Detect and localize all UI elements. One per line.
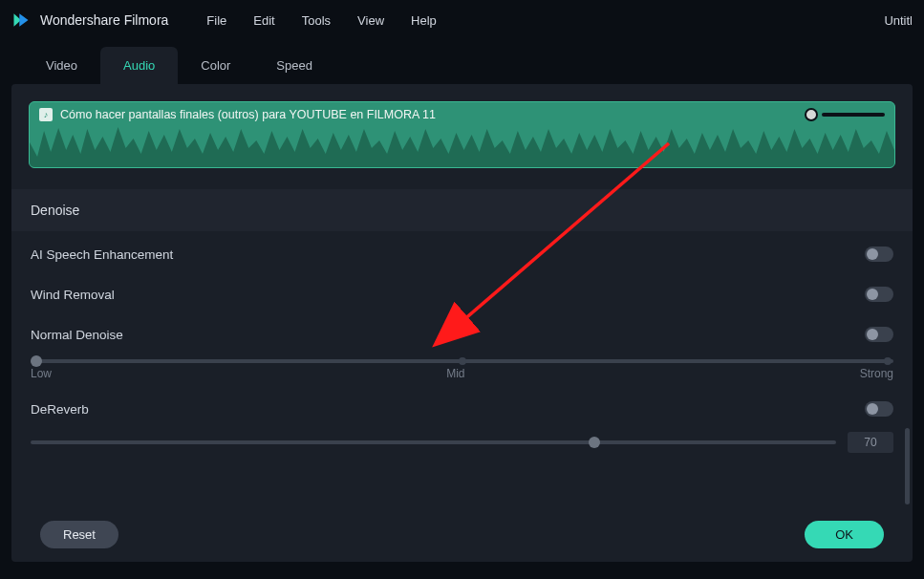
wind-removal-label: Wind Removal bbox=[31, 288, 865, 302]
menu-view[interactable]: View bbox=[357, 13, 384, 28]
menu-edit[interactable]: Edit bbox=[253, 13, 274, 28]
dereverb-value[interactable]: 70 bbox=[848, 432, 893, 453]
ok-button[interactable]: OK bbox=[805, 521, 884, 548]
prop-dereverb: DeReverb bbox=[11, 380, 913, 426]
clip-title: Cómo hacer pantallas finales (outros) pa… bbox=[60, 108, 436, 121]
scrollbar[interactable] bbox=[905, 428, 910, 504]
audio-panel: Cómo hacer pantallas finales (outros) pa… bbox=[11, 84, 913, 562]
label-mid: Mid bbox=[446, 367, 464, 380]
normal-denoise-toggle[interactable] bbox=[865, 327, 893, 342]
normal-denoise-slider[interactable] bbox=[31, 359, 893, 363]
slider-handle-icon bbox=[31, 355, 42, 367]
label-low: Low bbox=[31, 367, 52, 380]
clip-volume-slider[interactable] bbox=[805, 108, 885, 121]
ai-speech-label: AI Speech Enhancement bbox=[31, 247, 865, 262]
prop-normal-denoise: Normal Denoise bbox=[11, 311, 913, 352]
menubar: File Edit Tools View Help bbox=[206, 13, 436, 28]
titlebar: Wondershare Filmora File Edit Tools View… bbox=[0, 0, 924, 40]
slider-handle-icon bbox=[589, 437, 600, 448]
app-logo-icon bbox=[11, 11, 31, 30]
tab-audio[interactable]: Audio bbox=[100, 47, 178, 84]
audio-clip[interactable]: Cómo hacer pantallas finales (outros) pa… bbox=[29, 101, 895, 168]
slider-track bbox=[822, 113, 885, 117]
menu-help[interactable]: Help bbox=[411, 13, 437, 28]
dereverb-slider-row: 70 bbox=[11, 426, 913, 453]
wind-removal-toggle[interactable] bbox=[865, 287, 893, 302]
slider-knob-icon bbox=[805, 108, 818, 121]
tab-speed[interactable]: Speed bbox=[253, 47, 335, 84]
normal-denoise-label: Normal Denoise bbox=[31, 328, 865, 342]
reset-button[interactable]: Reset bbox=[40, 521, 118, 548]
normal-denoise-slider-row: Low Mid Strong bbox=[11, 352, 913, 380]
app-name: Wondershare Filmora bbox=[40, 12, 168, 28]
label-strong: Strong bbox=[860, 367, 893, 380]
document-name: Untitl bbox=[884, 13, 913, 28]
section-denoise[interactable]: Denoise bbox=[11, 189, 913, 231]
dereverb-slider[interactable] bbox=[31, 440, 836, 444]
dereverb-label: DeReverb bbox=[31, 402, 865, 417]
prop-wind-removal: Wind Removal bbox=[11, 271, 913, 311]
tabbar: Video Audio Color Speed bbox=[0, 40, 924, 84]
clip-header: Cómo hacer pantallas finales (outros) pa… bbox=[30, 102, 894, 123]
dereverb-toggle[interactable] bbox=[865, 401, 893, 417]
waveform-icon bbox=[30, 123, 894, 167]
menu-file[interactable]: File bbox=[206, 13, 226, 28]
ai-speech-toggle[interactable] bbox=[865, 247, 893, 262]
slider-labels: Low Mid Strong bbox=[31, 367, 893, 380]
music-note-icon bbox=[39, 108, 53, 121]
footer: Reset OK bbox=[11, 521, 913, 548]
prop-ai-speech: AI Speech Enhancement bbox=[11, 231, 913, 271]
slider-tick-icon bbox=[459, 357, 466, 365]
tab-video[interactable]: Video bbox=[23, 47, 100, 84]
slider-tick-icon bbox=[884, 357, 892, 365]
menu-tools[interactable]: Tools bbox=[302, 13, 331, 28]
tab-color[interactable]: Color bbox=[178, 47, 253, 84]
